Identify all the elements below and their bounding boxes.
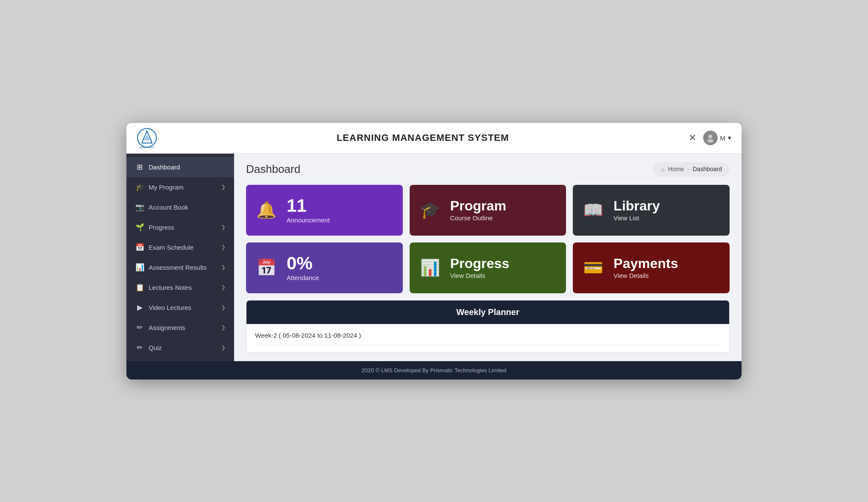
app-window: PRISMATIC TECHNOLOGIES LEARNING MANAGEME…	[126, 123, 742, 379]
close-button[interactable]: ✕	[689, 133, 696, 143]
chevron-right-icon-quiz: ❯	[221, 344, 226, 350]
graduation-icon: 🎓	[420, 201, 440, 219]
sidebar-label-account-book: Account Book	[149, 204, 188, 211]
chevron-right-icon-video: ❯	[221, 304, 226, 310]
progress-subtitle: View Details	[450, 272, 510, 279]
attendance-card[interactable]: 📅 0% Attendance	[246, 242, 403, 293]
header-controls: ✕ M ▾	[689, 131, 732, 145]
account-book-icon: 📷	[135, 203, 144, 212]
book-icon: 📖	[583, 201, 603, 219]
footer-text: 2020 © LMS Developed By Prismatic Techno…	[362, 367, 507, 374]
chevron-right-icon-progress: ❯	[221, 224, 226, 230]
announcement-number: 11	[287, 197, 330, 215]
payments-subtitle: View Details	[613, 272, 678, 279]
payments-card[interactable]: 💳 Payments View Details	[573, 242, 730, 293]
calendar-check-icon: 📅	[256, 258, 276, 277]
credit-card-icon: 💳	[583, 258, 603, 277]
attendance-label: Attendance	[287, 274, 319, 281]
app-title: LEARNING MANAGEMENT SYSTEM	[157, 132, 689, 143]
sidebar-label-lectures-notes: Lectures Notes	[149, 284, 192, 291]
header: PRISMATIC TECHNOLOGIES LEARNING MANAGEME…	[126, 123, 742, 154]
sidebar-item-progress[interactable]: 🌱 Progress ❯	[126, 217, 234, 237]
assessment-icon: 📊	[135, 263, 144, 272]
announcement-label: Announcement	[287, 216, 330, 224]
sidebar-item-account-book[interactable]: 📷 Account Book	[126, 197, 234, 217]
svg-text:PRISMATIC: PRISMATIC	[139, 146, 155, 148]
breadcrumb-separator: ›	[687, 166, 689, 172]
sidebar-item-quiz[interactable]: ✏ Quiz ❯	[126, 338, 234, 358]
lectures-notes-icon: 📋	[135, 283, 144, 292]
exam-schedule-icon: 📅	[135, 243, 144, 252]
sidebar-item-exam-schedule[interactable]: 📅 Exam Schedule ❯	[126, 237, 234, 257]
sidebar: ⊞ Dashboard 🎓 My Program ❯ 📷 Account Boo…	[126, 154, 234, 361]
page-title: Dashboard	[246, 163, 300, 176]
main-content: Dashboard ⌂ Home › Dashboard 🔔 11 Announ…	[234, 154, 742, 361]
library-card[interactable]: 📖 Library View List	[573, 185, 730, 236]
bell-icon: 🔔	[256, 201, 276, 219]
breadcrumb: ⌂ Home › Dashboard	[653, 162, 730, 176]
my-program-icon: 🎓	[135, 183, 144, 192]
attendance-number: 0%	[287, 254, 319, 272]
breadcrumb-home-label: Home	[668, 166, 684, 172]
sidebar-label-exam-schedule: Exam Schedule	[149, 244, 194, 251]
home-icon: ⌂	[661, 166, 665, 173]
chevron-right-icon-exam: ❯	[221, 244, 226, 250]
footer: 2020 © LMS Developed By Prismatic Techno…	[126, 361, 742, 379]
logo-icon: PRISMATIC TECHNOLOGIES	[137, 128, 157, 148]
program-title: Program	[450, 199, 507, 213]
assignments-icon: ✏	[135, 323, 144, 332]
chevron-right-icon-assignments: ❯	[221, 324, 226, 330]
chevron-right-icon-lectures: ❯	[221, 284, 226, 290]
user-icon	[706, 133, 715, 143]
sidebar-item-lectures-notes[interactable]: 📋 Lectures Notes ❯	[126, 277, 234, 298]
quiz-icon: ✏	[135, 343, 144, 352]
sidebar-label-quiz: Quiz	[149, 344, 162, 351]
sidebar-label-video-lectures: Video Lectures	[149, 304, 191, 311]
logo: PRISMATIC TECHNOLOGIES	[137, 128, 157, 148]
sidebar-label-assignments: Assignments	[149, 324, 185, 331]
avatar	[703, 131, 718, 145]
library-subtitle: View List	[613, 214, 660, 222]
cards-grid: 🔔 11 Announcement 🎓 Program Course Outli…	[234, 181, 742, 300]
body: ⊞ Dashboard 🎓 My Program ❯ 📷 Account Boo…	[126, 154, 742, 361]
library-title: Library	[613, 199, 660, 213]
sidebar-item-assignments[interactable]: ✏ Assignments ❯	[126, 318, 234, 338]
program-subtitle: Course Outline	[450, 214, 507, 222]
sidebar-item-video-lectures[interactable]: ▶ Video Lectures ❯	[126, 298, 234, 318]
chevron-right-icon-assessment: ❯	[221, 264, 226, 270]
program-card[interactable]: 🎓 Program Course Outline	[410, 185, 566, 236]
chevron-right-icon: ❯	[221, 184, 226, 190]
progress-title: Progress	[450, 257, 510, 270]
user-menu[interactable]: M ▾	[703, 131, 732, 145]
video-lectures-icon: ▶	[135, 303, 144, 312]
planner-body: Week-2 ( 05-08-2024 to 11-08-2024 )	[246, 324, 729, 352]
breadcrumb-current: Dashboard	[693, 166, 722, 172]
announcement-card[interactable]: 🔔 11 Announcement	[246, 185, 403, 236]
sidebar-label-my-program: My Program	[149, 184, 184, 191]
user-dropdown-icon: ▾	[728, 134, 731, 142]
payments-title: Payments	[613, 257, 678, 270]
chart-icon: 📊	[420, 258, 440, 277]
progress-card[interactable]: 📊 Progress View Details	[410, 242, 566, 293]
planner-header: Weekly Planner	[246, 301, 729, 324]
sidebar-item-assessment-results[interactable]: 📊 Assessment Results ❯	[126, 257, 234, 277]
sidebar-item-dashboard[interactable]: ⊞ Dashboard	[126, 157, 234, 177]
sidebar-label-assessment-results: Assessment Results	[149, 264, 207, 271]
sidebar-label-progress: Progress	[149, 224, 174, 231]
progress-icon: 🌱	[135, 223, 144, 232]
svg-point-6	[707, 139, 713, 143]
sidebar-label-dashboard: Dashboard	[149, 163, 180, 171]
user-initial: M	[720, 134, 726, 142]
dashboard-icon: ⊞	[135, 163, 144, 172]
sidebar-item-my-program[interactable]: 🎓 My Program ❯	[126, 177, 234, 197]
weekly-planner: Weekly Planner Week-2 ( 05-08-2024 to 11…	[246, 300, 730, 353]
planner-week: Week-2 ( 05-08-2024 to 11-08-2024 )	[255, 332, 721, 344]
main-header: Dashboard ⌂ Home › Dashboard	[234, 154, 742, 181]
svg-point-5	[708, 135, 712, 139]
